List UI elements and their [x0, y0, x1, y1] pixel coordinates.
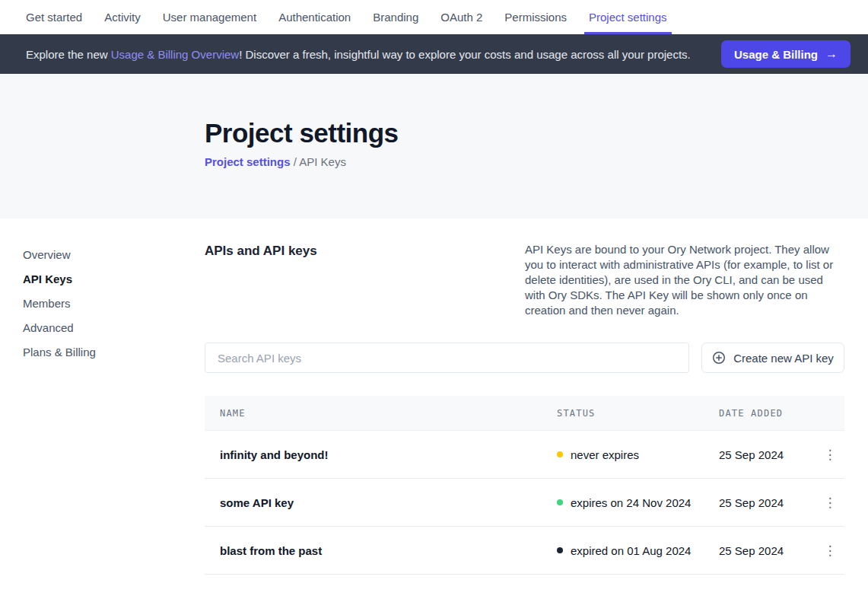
breadcrumb-separator: / [294, 155, 297, 168]
usage-billing-button[interactable]: Usage & Billing → [721, 40, 851, 68]
api-key-date-added: 25 Sep 2024 [719, 496, 821, 509]
banner-message: Explore the new Usage & Billing Overview… [26, 48, 709, 61]
breadcrumb-project-settings-link[interactable]: Project settings [205, 155, 291, 168]
nav-tab[interactable]: Get started [26, 0, 82, 34]
table-row: infinity and beyond! never expires 25 Se… [205, 431, 844, 479]
api-key-status: never expires [557, 448, 719, 461]
status-dot-icon [557, 451, 563, 457]
create-api-key-button[interactable]: Create new API key [701, 343, 844, 373]
nav-tab[interactable]: Authentication [278, 0, 351, 34]
status-dot-icon [557, 547, 563, 553]
api-keys-toolbar: Create new API key [205, 343, 844, 373]
sidebar-item[interactable]: Members [23, 291, 205, 315]
main-layout: Overview API Keys Members Advanced Plans… [0, 218, 868, 575]
status-label: expires on 24 Nov 2024 [571, 496, 691, 509]
nav-tab[interactable]: OAuth 2 [440, 0, 482, 34]
nav-tab[interactable]: Activity [104, 0, 141, 34]
usage-billing-overview-link[interactable]: Usage & Billing Overview [111, 48, 239, 61]
plus-circle-icon [712, 351, 726, 365]
status-label: expired on 01 Aug 2024 [571, 544, 691, 557]
sidebar-item[interactable]: API Keys [23, 266, 205, 291]
api-key-status: expires on 24 Nov 2024 [557, 496, 719, 509]
content-area: APIs and API keys API Keys are bound to … [205, 242, 844, 575]
search-input[interactable] [205, 343, 689, 373]
section-description: API Keys are bound to your Ory Network p… [525, 242, 844, 318]
banner-text-before: Explore the new [26, 48, 111, 61]
settings-sidebar: Overview API Keys Members Advanced Plans… [0, 242, 205, 575]
table-body: infinity and beyond! never expires 25 Se… [205, 431, 844, 575]
banner-text-after: ! Discover a fresh, insightful way to ex… [239, 48, 691, 61]
api-key-name: blast from the past [220, 544, 557, 557]
kebab-menu-icon[interactable]: ⋮ [821, 445, 839, 464]
nav-tab[interactable]: User management [163, 0, 256, 34]
api-key-date-added: 25 Sep 2024 [719, 448, 821, 461]
page-title: Project settings [205, 117, 868, 149]
column-header-status: STATUS [557, 408, 719, 419]
promo-banner: Explore the new Usage & Billing Overview… [0, 34, 868, 74]
table-header-row: NAME STATUS DATE ADDED [205, 396, 844, 431]
table-row: some API key expires on 24 Nov 2024 25 S… [205, 479, 844, 527]
top-navigation: Get started Activity User management Aut… [0, 0, 868, 34]
sidebar-item[interactable]: Overview [23, 242, 205, 266]
sidebar-item[interactable]: Plans & Billing [23, 339, 205, 364]
page-header: Project settings Project settings / API … [0, 74, 868, 218]
nav-tab[interactable]: Branding [373, 0, 418, 34]
section-heading: APIs and API keys [205, 242, 317, 318]
sidebar-item[interactable]: Advanced [23, 315, 205, 339]
kebab-menu-icon[interactable]: ⋮ [821, 493, 839, 512]
table-row: blast from the past expired on 01 Aug 20… [205, 527, 844, 575]
breadcrumb: Project settings / API Keys [205, 155, 868, 168]
column-header-date-added: DATE ADDED [719, 408, 821, 419]
api-key-date-added: 25 Sep 2024 [719, 544, 821, 557]
api-key-name: some API key [220, 496, 557, 509]
kebab-menu-icon[interactable]: ⋮ [821, 541, 839, 559]
breadcrumb-current: API Keys [299, 155, 346, 168]
arrow-right-icon: → [825, 47, 838, 61]
api-keys-table: NAME STATUS DATE ADDED infinity and beyo… [205, 396, 844, 575]
section-intro: APIs and API keys API Keys are bound to … [205, 242, 844, 318]
status-label: never expires [571, 448, 639, 461]
status-dot-icon [557, 499, 563, 505]
nav-tab[interactable]: Project settings [589, 0, 667, 34]
api-key-name: infinity and beyond! [220, 448, 557, 461]
usage-billing-button-label: Usage & Billing [734, 48, 818, 61]
create-api-key-label: Create new API key [733, 352, 834, 365]
nav-tab[interactable]: Permissions [504, 0, 567, 34]
column-header-name: NAME [220, 408, 557, 419]
api-key-status: expired on 01 Aug 2024 [557, 544, 719, 557]
